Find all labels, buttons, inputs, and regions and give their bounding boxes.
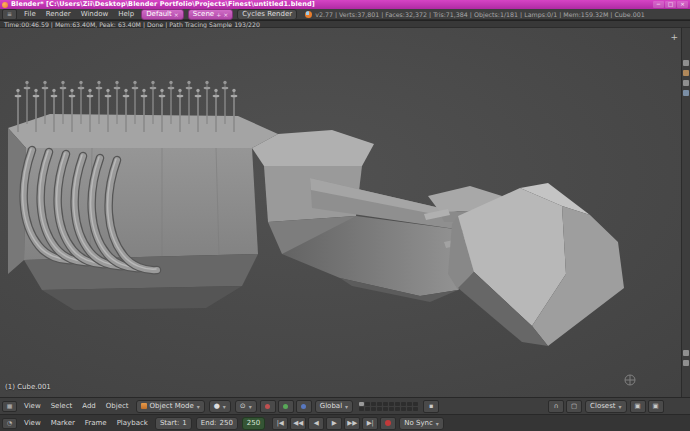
- play-reverse-button[interactable]: ◀: [308, 417, 324, 430]
- render-engine-selector[interactable]: Cycles Render: [237, 9, 297, 20]
- pivot-icon: ⊙: [240, 402, 246, 410]
- menu-file[interactable]: File: [19, 10, 41, 18]
- chevron-down-icon: ▾: [223, 403, 226, 410]
- chevron-down-icon: ▾: [345, 403, 348, 410]
- manipulator-translate-button[interactable]: [260, 400, 276, 413]
- properties-tab-icon[interactable]: [683, 90, 689, 96]
- start-frame-value: 1: [182, 419, 186, 427]
- mode-label: Object Mode: [150, 402, 194, 410]
- properties-tab-icon[interactable]: [683, 60, 689, 66]
- pivot-selector[interactable]: ⊙ ▾: [235, 400, 257, 413]
- manipulator-scale-button[interactable]: [296, 400, 312, 413]
- orientation-label: Global: [320, 402, 342, 410]
- current-frame-value: 250: [247, 419, 260, 427]
- screen-layout-close-icon[interactable]: ×: [174, 11, 179, 18]
- snap-toggle-button[interactable]: ∩: [548, 400, 564, 413]
- jump-to-start-button[interactable]: |◀: [272, 417, 288, 430]
- scene-close-icon[interactable]: ×: [223, 11, 228, 18]
- window-title: Blender* [C:\Users\Zii\Desktop\Blender P…: [11, 0, 653, 9]
- properties-region-collapsed[interactable]: [681, 28, 690, 397]
- scene-selector[interactable]: Scene + ×: [188, 9, 233, 20]
- snap-element-button[interactable]: ▢: [566, 400, 582, 413]
- view3d-editor-icon[interactable]: ▦: [2, 401, 17, 412]
- sync-mode-selector[interactable]: No Sync ▾: [399, 417, 444, 430]
- blender-app-icon: [2, 2, 8, 8]
- chevron-down-icon: ▾: [197, 403, 200, 410]
- prev-keyframe-button[interactable]: ◀◀: [290, 417, 306, 430]
- info-editor-icon[interactable]: ≡: [2, 9, 17, 20]
- lock-button[interactable]: ▪: [423, 400, 439, 413]
- minimize-button[interactable]: ─: [653, 1, 664, 8]
- menu-window[interactable]: Window: [76, 10, 114, 18]
- timeline-editor-icon[interactable]: ◔: [2, 418, 17, 429]
- snap-target-label: Closest: [590, 402, 615, 410]
- properties-tab-icon[interactable]: [683, 80, 689, 86]
- next-keyframe-button[interactable]: ▶▶: [344, 417, 360, 430]
- opengl-render-button[interactable]: ▣: [630, 400, 646, 413]
- view3d-header: ▦ View Select Add Object Object Mode ▾ ●…: [0, 397, 690, 414]
- timeline-header: ◔ View Marker Frame Playback Start: 1 En…: [0, 414, 690, 431]
- screen-layout-name: Default: [146, 10, 172, 18]
- menu-render[interactable]: Render: [41, 10, 76, 18]
- spaceship-render: [0, 28, 681, 397]
- opengl-render-anim-button[interactable]: ▣: [648, 400, 664, 413]
- menu-add[interactable]: Add: [77, 402, 101, 410]
- render-status-text: Time:00:46.59 | Mem:63.40M, Peak: 63.40M…: [4, 21, 260, 28]
- info-header: ≡ File Render Window Help Default × Scen…: [0, 9, 690, 20]
- end-frame-label: End:: [201, 419, 217, 427]
- snap-target-selector[interactable]: Closest ▾: [585, 400, 626, 413]
- active-object-label: (1) Cube.001: [5, 383, 51, 391]
- scene-name: Scene: [193, 10, 214, 18]
- render-engine-name: Cycles Render: [242, 10, 292, 18]
- start-frame-field[interactable]: Start: 1: [155, 417, 192, 430]
- menu-playback[interactable]: Playback: [112, 419, 153, 427]
- current-frame-field[interactable]: 250: [242, 417, 265, 430]
- chevron-down-icon: ▾: [619, 403, 622, 410]
- chevron-down-icon: ▾: [436, 420, 439, 427]
- layer-grid[interactable]: [359, 402, 418, 411]
- scale-icon: [301, 404, 306, 409]
- properties-tab-icon[interactable]: [683, 350, 689, 356]
- menu-frame[interactable]: Frame: [80, 419, 112, 427]
- menu-select[interactable]: Select: [46, 402, 78, 410]
- translate-icon: [265, 404, 270, 409]
- sync-mode-label: No Sync: [404, 419, 433, 427]
- window-titlebar[interactable]: Blender* [C:\Users\Zii\Desktop\Blender P…: [0, 0, 690, 9]
- rotate-icon: [283, 404, 288, 409]
- scene-add-icon[interactable]: +: [216, 11, 221, 18]
- properties-tab-icon[interactable]: [683, 70, 689, 76]
- jump-to-end-button[interactable]: ▶|: [362, 417, 378, 430]
- start-frame-label: Start:: [160, 419, 179, 427]
- play-button[interactable]: ▶: [326, 417, 342, 430]
- menu-help[interactable]: Help: [113, 10, 139, 18]
- object-mode-icon: [141, 403, 147, 409]
- mode-selector[interactable]: Object Mode ▾: [136, 400, 205, 413]
- close-button[interactable]: ×: [677, 1, 688, 8]
- record-icon: [385, 420, 391, 426]
- scene-statistics: v2.77 | Verts:37,801 | Faces:32,372 | Tr…: [315, 11, 645, 18]
- orientation-selector[interactable]: Global ▾: [315, 400, 353, 413]
- viewport-shading-selector[interactable]: ● ▾: [209, 400, 231, 413]
- chevron-down-icon: ▾: [249, 403, 252, 410]
- record-button[interactable]: [380, 417, 396, 430]
- menu-marker[interactable]: Marker: [46, 419, 80, 427]
- menu-object[interactable]: Object: [101, 402, 134, 410]
- menu-timeline-view[interactable]: View: [19, 419, 46, 427]
- menu-view[interactable]: View: [19, 402, 46, 410]
- shading-sphere-icon: ●: [214, 402, 220, 410]
- end-frame-value: 250: [219, 419, 232, 427]
- screen-layout-selector[interactable]: Default ×: [141, 9, 184, 20]
- region-expand-icon[interactable]: +: [670, 32, 678, 42]
- window-controls: ─ □ ×: [653, 1, 688, 8]
- manipulator-rotate-button[interactable]: [278, 400, 294, 413]
- maximize-button[interactable]: □: [665, 1, 676, 8]
- properties-tab-icon[interactable]: [683, 360, 689, 366]
- blender-window: Blender* [C:\Users\Zii\Desktop\Blender P…: [0, 0, 690, 431]
- end-frame-field[interactable]: End: 250: [196, 417, 238, 430]
- blender-version-icon: [305, 11, 312, 18]
- render-status-bar: Time:00:46.59 | Mem:63.40M, Peak: 63.40M…: [0, 21, 690, 28]
- viewport-3d[interactable]: (1) Cube.001 +: [0, 28, 690, 397]
